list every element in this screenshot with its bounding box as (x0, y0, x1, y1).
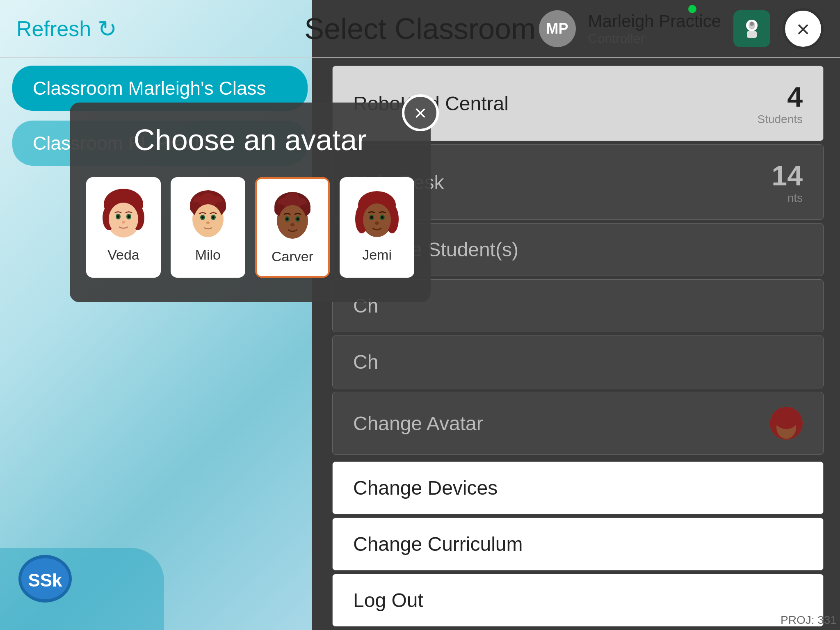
svg-point-14 (122, 221, 125, 224)
avatar-name-veda: Veda (107, 247, 139, 263)
log-out-button[interactable]: Log Out (332, 574, 824, 627)
svg-point-2 (750, 22, 754, 26)
avatar-grid: Veda (86, 177, 414, 278)
refresh-button[interactable]: Refresh ↻ (16, 16, 117, 42)
avatar-modal-close-button[interactable]: × (402, 94, 439, 131)
svg-point-12 (117, 215, 119, 218)
avatar-face-veda (97, 187, 150, 240)
log-out-label: Log Out (353, 589, 423, 612)
svg-point-26 (212, 216, 215, 219)
avatar-card-veda[interactable]: Veda (86, 177, 161, 278)
menu-item-change-avatar[interactable]: Change Avatar (332, 392, 824, 455)
user-info: Marleigh Practice Controller (588, 11, 721, 46)
avatar-name-carver: Carver (272, 249, 313, 265)
svg-text:SSk: SSk (28, 570, 62, 590)
page-title: Select Classroom (304, 12, 536, 46)
header-right: MP Marleigh Practice Controller × (539, 8, 824, 49)
avatar-face-carver (266, 189, 319, 242)
svg-point-39 (296, 218, 299, 221)
header: Refresh ↻ Select Classroom MP Marleigh P… (0, 0, 840, 57)
change-avatar-label: Change Avatar (353, 412, 483, 435)
user-role: Controller (588, 31, 645, 46)
svg-point-38 (285, 218, 288, 221)
change-devices-label: Change Devices (353, 477, 498, 499)
avatar-card-milo[interactable]: Milo (171, 177, 245, 278)
avatar-card-jemi[interactable]: Jemi (340, 177, 414, 278)
avatar-card-carver[interactable]: Carver (255, 177, 330, 278)
svg-point-35 (278, 205, 306, 238)
svg-point-27 (206, 221, 210, 224)
svg-point-54 (775, 411, 798, 429)
svg-point-13 (128, 215, 130, 218)
proj-label: PROJ: 331 (781, 614, 837, 627)
svg-point-50 (381, 216, 384, 219)
robokind-sub: Students (757, 113, 803, 126)
avatar-modal: × Choose an avatar (70, 103, 431, 302)
avatar-thumbnail (770, 407, 803, 440)
avatar-face-jemi (350, 187, 404, 240)
change-devices-button[interactable]: Change Devices (332, 461, 824, 514)
ssk-badge[interactable]: SSk (16, 548, 74, 605)
user-initials-badge: MP (539, 10, 576, 47)
svg-point-40 (290, 223, 294, 226)
avatar-modal-title: Choose an avatar (86, 123, 414, 157)
svg-point-51 (375, 221, 379, 225)
refresh-label: Refresh (16, 16, 91, 41)
bottom-actions: Change Devices Change Curriculum Log Out (332, 461, 824, 627)
ch2-label: Ch (353, 351, 378, 373)
helpdesk-count: 14 (772, 160, 803, 192)
robokind-count: 4 (787, 81, 803, 113)
refresh-icon: ↻ (98, 16, 117, 42)
svg-point-9 (109, 203, 138, 235)
user-name: Marleigh Practice (588, 11, 721, 31)
helpdesk-count-block: 14 nts (772, 160, 803, 205)
svg-point-22 (194, 204, 222, 235)
controller-icon (733, 10, 770, 47)
avatar-face-milo (181, 187, 235, 240)
avatar-name-jemi: Jemi (362, 247, 392, 263)
avatar-name-milo: Milo (195, 247, 221, 263)
green-dot-indicator (688, 5, 696, 13)
svg-point-25 (201, 216, 204, 219)
menu-item-ch2[interactable]: Ch (332, 336, 824, 388)
header-divider (0, 57, 840, 58)
change-curriculum-button[interactable]: Change Curriculum (332, 518, 824, 571)
robokind-count-block: 4 Students (757, 81, 803, 126)
svg-point-49 (370, 216, 373, 219)
svg-rect-3 (747, 31, 757, 38)
svg-point-46 (363, 203, 391, 236)
helpdesk-sub: nts (788, 192, 803, 205)
change-curriculum-label: Change Curriculum (353, 533, 523, 555)
close-button-header[interactable]: × (783, 8, 824, 49)
